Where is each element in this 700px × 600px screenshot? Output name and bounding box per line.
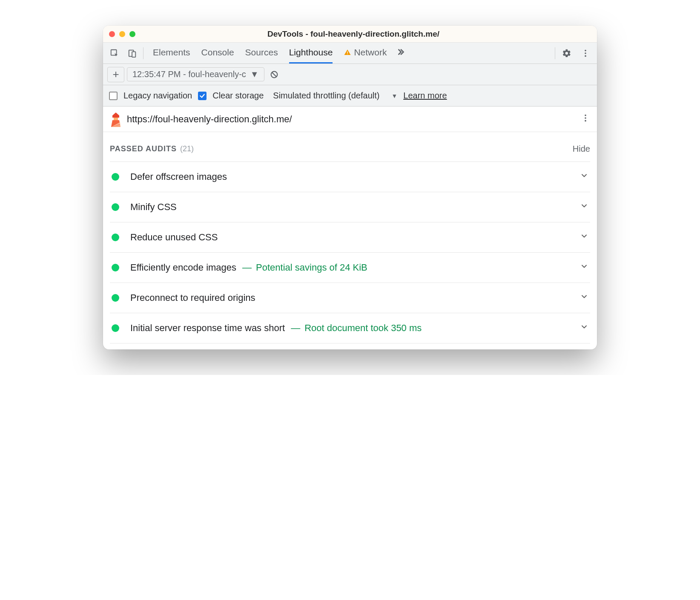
close-window-button[interactable] [109,31,115,37]
chevron-down-icon [580,171,588,182]
audit-title: Reduce unused CSS [130,232,218,243]
audit-row[interactable]: Defer offscreen images [110,162,590,192]
audit-row[interactable]: Initial server response time was short —… [110,313,590,343]
svg-point-16 [585,117,586,119]
pass-dot-icon [112,294,119,302]
legacy-navigation-checkbox[interactable] [109,92,118,100]
audit-detail: Potential savings of 24 KiB [256,262,367,273]
report-label: 12:35:47 PM - foul-heavenly-c [132,69,246,79]
audit-row[interactable]: Preconnect to required origins [110,283,590,313]
legacy-navigation-label: Legacy navigation [123,91,192,101]
svg-point-17 [585,120,586,121]
svg-point-7 [585,55,586,57]
devtools-window: DevTools - foul-heavenly-direction.glitc… [103,26,597,349]
clear-icon[interactable] [267,67,281,82]
svg-point-15 [585,114,586,116]
settings-icon[interactable] [559,46,574,61]
kebab-menu-icon[interactable] [578,46,593,61]
learn-more-link[interactable]: Learn more [403,91,447,101]
svg-rect-4 [347,54,348,55]
lighthouse-toolbar: + 12:35:47 PM - foul-heavenly-c ▼ [103,64,597,85]
report-selector[interactable]: 12:35:47 PM - foul-heavenly-c ▼ [127,67,264,81]
chevron-down-icon [580,202,588,213]
audits-list: Defer offscreen images Minify CSS Reduce… [103,162,597,349]
pass-dot-icon [112,234,119,241]
audit-title: Preconnect to required origins [130,292,255,303]
audit-title: Minify CSS [130,202,177,213]
chevron-down-icon [580,232,588,243]
svg-marker-10 [112,112,119,118]
tab-lighthouse[interactable]: Lighthouse [289,43,333,63]
audit-title: Initial server response time was short [130,323,285,334]
svg-point-6 [585,52,586,54]
tab-network[interactable]: Network [344,43,387,63]
passed-audits-header[interactable]: PASSED AUDITS (21) Hide [103,132,597,162]
audit-row[interactable]: Reduce unused CSS [110,222,590,252]
audit-detail: Root document took 350 ms [304,323,422,334]
inspect-element-icon[interactable] [107,46,122,61]
tab-label: Console [201,47,234,58]
separator [143,47,143,59]
titlebar: DevTools - foul-heavenly-direction.glitc… [103,26,597,43]
tab-label: Lighthouse [289,47,333,58]
report-menu-icon[interactable] [581,113,590,125]
throttling-label: Simulated throttling (default) [273,91,379,101]
tab-label: Network [354,47,387,58]
pass-dot-icon [112,264,119,271]
chevron-down-icon [580,292,588,303]
tab-sources[interactable]: Sources [245,43,278,63]
hide-button[interactable]: Hide [573,144,590,154]
detail-dash: — [291,323,300,334]
svg-rect-2 [132,52,135,57]
clear-storage-label: Clear storage [212,91,264,101]
tab-elements[interactable]: Elements [153,43,190,63]
new-report-button[interactable]: + [107,67,124,82]
svg-rect-3 [347,52,348,53]
tab-console[interactable]: Console [201,43,234,63]
detail-dash: — [242,262,252,273]
audit-row[interactable]: Minify CSS [110,192,590,222]
svg-point-5 [585,49,586,51]
separator [555,47,555,59]
section-count: (21) [180,144,194,153]
throttling-dropdown-icon[interactable]: ▼ [391,92,397,99]
window-title: DevTools - foul-heavenly-direction.glitc… [116,29,591,39]
audit-title: Efficiently encode images [130,262,236,273]
page-url: https://foul-heavenly-direction.glitch.m… [127,114,292,125]
warning-icon [344,49,351,56]
pass-dot-icon [112,324,119,332]
svg-line-9 [272,72,276,76]
tab-label: Elements [153,47,190,58]
device-toolbar-icon[interactable] [125,46,140,61]
more-tabs-icon[interactable] [396,47,405,59]
audit-title: Defer offscreen images [130,171,227,182]
pass-dot-icon [112,203,119,211]
tab-label: Sources [245,47,278,58]
chevron-down-icon [580,262,588,273]
lighthouse-logo-icon [110,112,121,126]
section-label: PASSED AUDITS [110,144,177,153]
audit-row[interactable]: Efficiently encode images — Potential sa… [110,252,590,283]
report-header: https://foul-heavenly-direction.glitch.m… [103,107,597,132]
devtools-tabbar: Elements Console Sources Lighthouse Netw… [103,43,597,64]
svg-rect-11 [114,118,118,120]
dropdown-triangle-icon: ▼ [250,69,259,79]
clear-storage-checkbox[interactable] [198,92,207,100]
pass-dot-icon [112,173,119,181]
panel-tabs: Elements Console Sources Lighthouse Netw… [153,43,387,63]
lighthouse-options: Legacy navigation Clear storage Simulate… [103,85,597,107]
chevron-down-icon [580,323,588,334]
